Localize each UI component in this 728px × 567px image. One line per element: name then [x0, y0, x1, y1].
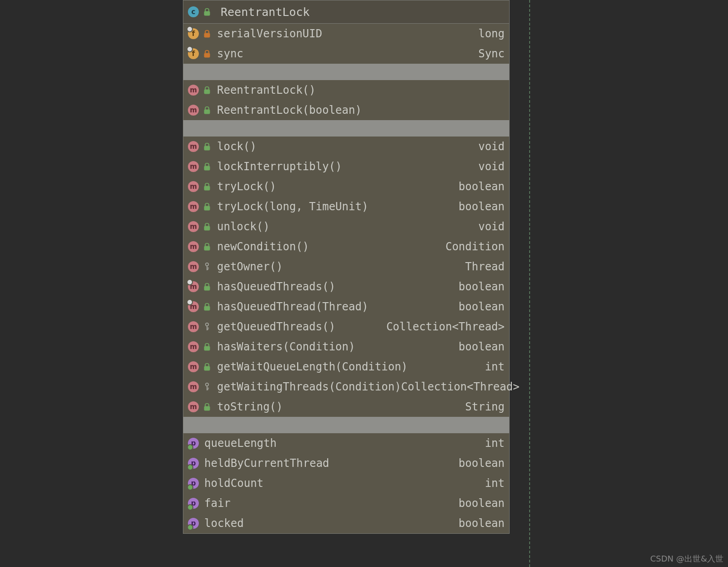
class-name: ReentrantLock [221, 5, 310, 19]
member-type: int [485, 477, 505, 490]
member-row[interactable]: fserialVersionUIDlong [183, 24, 509, 44]
member-name: fair [204, 497, 231, 510]
class-header[interactable]: c ReentrantLock [183, 0, 509, 24]
f-badge-icon: f [188, 47, 201, 60]
p-badge-icon: p [188, 477, 201, 490]
member-type: Thread [465, 260, 505, 273]
member-name: newCondition() [217, 240, 309, 253]
member-row[interactable]: pqueueLengthint [183, 433, 509, 453]
p-badge-icon: p [188, 437, 201, 450]
member-type: boolean [459, 180, 505, 193]
member-name: tryLock() [217, 180, 276, 193]
member-name: getOwner() [217, 260, 283, 273]
member-row[interactable]: mReentrantLock() [183, 80, 509, 100]
member-type: Collection<Thread> [386, 320, 505, 333]
member-row[interactable]: mgetQueuedThreads()Collection<Thread> [183, 317, 509, 337]
member-type: boolean [459, 517, 505, 530]
m-badge-icon: m [188, 280, 201, 293]
lock-open-icon [202, 6, 212, 17]
member-name: lockInterruptibly() [217, 160, 342, 173]
m-badge-icon: m [188, 360, 201, 373]
member-name: heldByCurrentThread [204, 457, 329, 470]
m-badge-icon: m [188, 240, 201, 253]
member-row[interactable]: mtoString()String [183, 397, 509, 417]
p-badge-icon: p [188, 517, 201, 530]
lock-icon [202, 401, 212, 412]
member-row[interactable]: pholdCountint [183, 473, 509, 493]
lock-icon [202, 221, 212, 232]
m-badge-icon: m [188, 380, 201, 393]
lock-icon [202, 161, 212, 172]
member-name: ReentrantLock() [217, 84, 316, 96]
member-type: boolean [459, 280, 505, 293]
member-row[interactable]: pfairboolean [183, 493, 509, 513]
m-badge-icon: m [188, 340, 201, 353]
lock-icon [202, 361, 212, 372]
lock-icon [202, 201, 212, 212]
m-badge-icon: m [188, 220, 201, 233]
member-row[interactable]: mgetOwner()Thread [183, 257, 509, 277]
member-row[interactable]: fsyncSync [183, 44, 509, 64]
member-type: Sync [478, 47, 505, 60]
member-row[interactable]: mlockInterruptibly()void [183, 157, 509, 177]
member-type: void [478, 140, 505, 153]
member-type: boolean [459, 300, 505, 313]
member-type: boolean [459, 340, 505, 353]
structure-panel: c ReentrantLock fserialVersionUIDlongfsy… [183, 0, 510, 534]
member-type: int [485, 360, 505, 373]
member-type: String [465, 400, 505, 413]
member-type: boolean [459, 497, 505, 510]
member-type: Condition [445, 240, 505, 253]
member-name: getQueuedThreads() [217, 320, 335, 333]
separator [183, 64, 509, 80]
member-name: locked [204, 517, 244, 530]
member-name: hasQueuedThreads() [217, 280, 335, 293]
lock-icon [202, 48, 212, 59]
member-row[interactable]: mlock()void [183, 137, 509, 157]
watermark: CSDN @出世&入世 [650, 553, 723, 564]
lock-icon [202, 141, 212, 152]
member-name: hasQueuedThread(Thread) [217, 300, 368, 313]
member-type: int [485, 437, 505, 450]
lock-icon [202, 85, 212, 96]
m-badge-icon: m [188, 160, 201, 173]
member-type: Collection<Thread> [401, 380, 520, 393]
member-name: tryLock(long, TimeUnit) [217, 200, 368, 213]
key-icon [202, 381, 212, 392]
member-name: unlock() [217, 220, 270, 233]
m-badge-icon: m [188, 400, 201, 413]
member-row[interactable]: mtryLock(long, TimeUnit)boolean [183, 197, 509, 217]
separator [183, 417, 509, 433]
member-row[interactable]: mReentrantLock(boolean) [183, 100, 509, 120]
lock-icon [202, 105, 212, 116]
m-badge-icon: m [188, 104, 201, 116]
member-name: queueLength [204, 437, 277, 450]
p-badge-icon: p [188, 457, 201, 470]
member-row[interactable]: pheldByCurrentThreadboolean [183, 453, 509, 473]
m-badge-icon: m [188, 84, 201, 96]
lock-icon [202, 281, 212, 292]
member-name: ReentrantLock(boolean) [217, 104, 362, 116]
member-row[interactable]: mhasWaiters(Condition)boolean [183, 337, 509, 357]
member-name: lock() [217, 140, 257, 153]
member-row[interactable]: mhasQueuedThreads()boolean [183, 277, 509, 297]
member-row[interactable]: mgetWaitingThreads(Condition)Collection<… [183, 377, 509, 397]
member-name: getWaitQueueLength(Condition) [217, 360, 408, 373]
m-badge-icon: m [188, 320, 201, 333]
m-badge-icon: m [188, 180, 201, 193]
lock-icon [202, 241, 212, 252]
lock-icon [202, 301, 212, 312]
member-row[interactable]: munlock()void [183, 217, 509, 237]
member-row[interactable]: mgetWaitQueueLength(Condition)int [183, 357, 509, 377]
f-badge-icon: f [188, 27, 201, 40]
member-row[interactable]: mnewCondition()Condition [183, 237, 509, 257]
key-icon [202, 261, 212, 272]
margin-guide [529, 0, 530, 567]
member-type: boolean [459, 457, 505, 470]
member-row[interactable]: mtryLock()boolean [183, 177, 509, 197]
member-name: sync [217, 47, 243, 60]
member-row[interactable]: mhasQueuedThread(Thread)boolean [183, 297, 509, 317]
class-icon: c [188, 5, 201, 18]
member-row[interactable]: plockedboolean [183, 513, 509, 533]
lock-icon [202, 181, 212, 192]
